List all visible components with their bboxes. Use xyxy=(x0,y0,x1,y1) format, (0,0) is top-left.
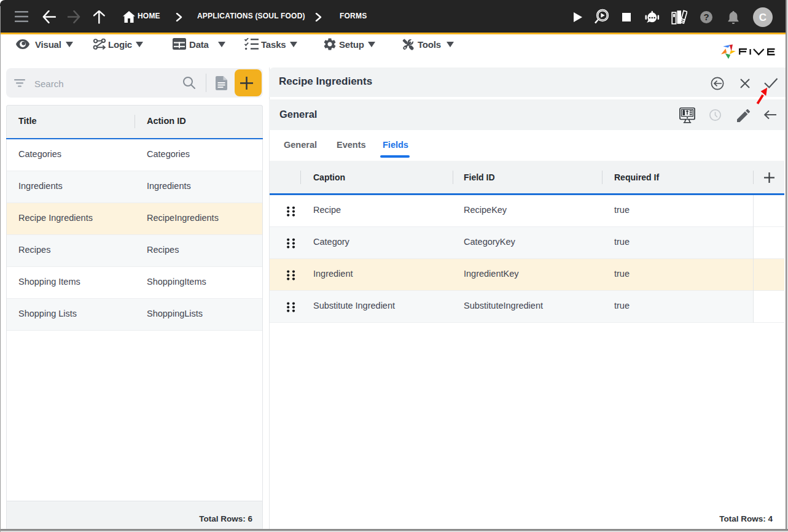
svg-text:?: ? xyxy=(703,12,709,22)
